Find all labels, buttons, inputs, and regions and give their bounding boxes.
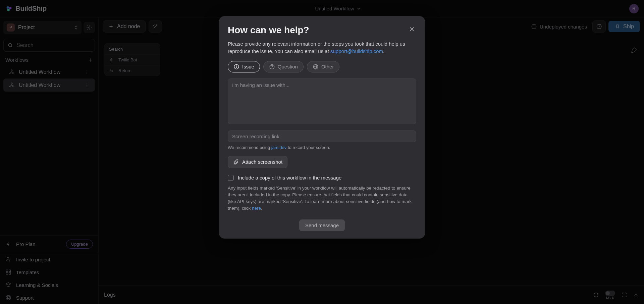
help-modal: How can we help? Please provide any rele… xyxy=(219,16,425,239)
include-workflow-label: Include a copy of this workflow in the m… xyxy=(238,175,341,181)
recording-link-input[interactable] xyxy=(228,131,416,142)
modal-footer: Send message xyxy=(228,219,416,231)
desc-post: . xyxy=(383,48,384,54)
type-question[interactable]: Question xyxy=(263,61,304,72)
paperclip-icon xyxy=(233,159,239,165)
send-message-button[interactable]: Send message xyxy=(299,219,345,231)
hint-pre: We recommend using xyxy=(228,145,271,150)
attach-label: Attach screenshot xyxy=(242,159,282,165)
info-icon xyxy=(233,64,239,70)
support-email-link[interactable]: support@buildship.com xyxy=(330,48,383,54)
modal-description: Please provide any relevant information … xyxy=(228,40,416,55)
jam-dev-link[interactable]: jam.dev xyxy=(271,145,287,150)
type-label: Question xyxy=(278,64,298,69)
send-label: Send message xyxy=(305,222,339,228)
sensitive-here-link[interactable]: here xyxy=(252,206,261,211)
modal-title: How can we help? xyxy=(228,25,309,36)
type-selector: Issue Question Other xyxy=(228,61,416,72)
type-other[interactable]: Other xyxy=(307,61,340,72)
hint-post: to record your screen. xyxy=(286,145,330,150)
include-workflow-checkbox[interactable] xyxy=(228,175,234,181)
sensitive-disclaimer: Any input fields marked 'Sensitive' in y… xyxy=(228,185,416,212)
close-button[interactable] xyxy=(408,25,416,34)
disclaimer-post: . xyxy=(261,206,262,211)
type-label: Issue xyxy=(242,64,254,69)
issue-textarea[interactable] xyxy=(228,79,416,124)
include-workflow-row[interactable]: Include a copy of this workflow in the m… xyxy=(228,175,416,181)
question-icon xyxy=(269,64,275,70)
recording-hint: We recommend using jam.dev to record you… xyxy=(228,145,416,150)
close-icon xyxy=(409,26,415,32)
type-label: Other xyxy=(321,64,334,69)
attach-screenshot-button[interactable]: Attach screenshot xyxy=(228,156,287,168)
globe-icon xyxy=(313,64,319,70)
type-issue[interactable]: Issue xyxy=(228,61,260,72)
modal-overlay: How can we help? Please provide any rele… xyxy=(0,0,644,304)
